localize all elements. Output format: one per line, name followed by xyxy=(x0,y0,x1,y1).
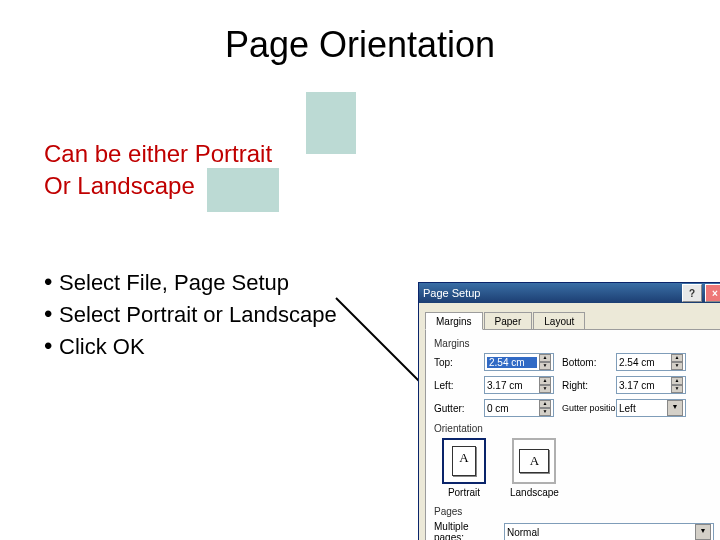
spin-up-icon[interactable]: ▲ xyxy=(671,377,683,385)
bullet-list: Select File, Page Setup Select Portrait … xyxy=(44,264,337,364)
portrait-option[interactable]: Portrait xyxy=(442,438,486,498)
margins-grid: Top: 2.54 cm▲▼ Bottom: 2.54 cm▲▼ Left: 3… xyxy=(434,353,714,417)
spin-down-icon[interactable]: ▼ xyxy=(539,362,551,370)
right-label: Right: xyxy=(562,380,608,391)
list-item: Click OK xyxy=(44,332,337,360)
slide: Page Orientation Can be either Portrait … xyxy=(0,0,720,540)
tab-margins[interactable]: Margins xyxy=(425,312,483,330)
bottom-field[interactable]: 2.54 cm▲▼ xyxy=(616,353,686,371)
bottom-label: Bottom: xyxy=(562,357,608,368)
spin-up-icon[interactable]: ▲ xyxy=(539,354,551,362)
top-field[interactable]: 2.54 cm▲▼ xyxy=(484,353,554,371)
tab-layout[interactable]: Layout xyxy=(533,312,585,329)
chevron-down-icon: ▼ xyxy=(695,524,711,540)
dialog-title: Page Setup xyxy=(423,287,679,299)
spin-down-icon[interactable]: ▼ xyxy=(539,408,551,416)
list-item: Select File, Page Setup xyxy=(44,268,337,296)
pages-group-label: Pages xyxy=(434,506,714,517)
spin-down-icon[interactable]: ▼ xyxy=(671,385,683,393)
orientation-group-label: Orientation xyxy=(434,423,714,434)
chevron-down-icon: ▼ xyxy=(667,400,683,416)
list-item: Select Portrait or Landscape xyxy=(44,300,337,328)
page-setup-dialog: Page Setup ? × Margins Paper Layout Marg… xyxy=(418,282,720,540)
dialog-panel: Margins Top: 2.54 cm▲▼ Bottom: 2.54 cm▲▼… xyxy=(425,329,720,540)
landscape-thumb xyxy=(207,168,279,212)
portrait-icon xyxy=(442,438,486,484)
subtitle-line2: Or Landscape xyxy=(44,172,195,200)
right-field[interactable]: 3.17 cm▲▼ xyxy=(616,376,686,394)
slide-title: Page Orientation xyxy=(0,24,720,66)
left-field[interactable]: 3.17 cm▲▼ xyxy=(484,376,554,394)
gutterpos-select[interactable]: Left▼ xyxy=(616,399,686,417)
gutter-label: Gutter: xyxy=(434,403,476,414)
subtitle-line1: Can be either Portrait xyxy=(44,140,272,168)
landscape-option[interactable]: Landscape xyxy=(510,438,559,498)
close-button[interactable]: × xyxy=(705,284,720,302)
spin-down-icon[interactable]: ▼ xyxy=(539,385,551,393)
pages-row: Multiple pages: Normal▼ xyxy=(434,521,714,540)
spin-up-icon[interactable]: ▲ xyxy=(671,354,683,362)
landscape-label: Landscape xyxy=(510,487,559,498)
help-button[interactable]: ? xyxy=(682,284,702,302)
multipages-label: Multiple pages: xyxy=(434,521,494,540)
spin-up-icon[interactable]: ▲ xyxy=(539,400,551,408)
landscape-icon xyxy=(512,438,556,484)
multipages-select[interactable]: Normal▼ xyxy=(504,523,714,540)
portrait-thumb xyxy=(306,92,356,154)
tab-paper[interactable]: Paper xyxy=(484,312,533,329)
spin-up-icon[interactable]: ▲ xyxy=(539,377,551,385)
margins-group-label: Margins xyxy=(434,338,714,349)
tab-strip: Margins Paper Layout xyxy=(419,303,720,329)
orientation-row: Portrait Landscape xyxy=(442,438,714,498)
spin-down-icon[interactable]: ▼ xyxy=(671,362,683,370)
gutterpos-label: Gutter position: xyxy=(562,403,608,413)
top-label: Top: xyxy=(434,357,476,368)
portrait-label: Portrait xyxy=(448,487,480,498)
dialog-titlebar: Page Setup ? × xyxy=(419,283,720,303)
left-label: Left: xyxy=(434,380,476,391)
gutter-field[interactable]: 0 cm▲▼ xyxy=(484,399,554,417)
